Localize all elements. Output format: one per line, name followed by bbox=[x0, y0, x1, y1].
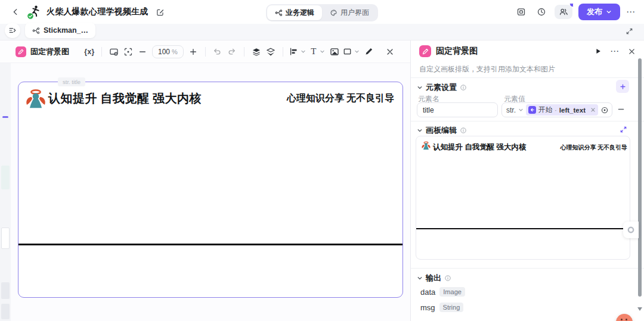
output-type-badge: Image bbox=[439, 287, 465, 297]
run-node-icon[interactable] bbox=[595, 48, 602, 55]
board-divider-line[interactable] bbox=[18, 244, 402, 245]
board-right-title[interactable]: 心理知识分享 无不良引导 bbox=[287, 92, 394, 105]
zoom-unit: % bbox=[172, 48, 178, 55]
panel-scrollbar[interactable] bbox=[638, 58, 642, 321]
info-icon bbox=[444, 275, 451, 282]
app-logo-stickman-icon bbox=[27, 5, 42, 19]
pen-tool-icon[interactable] bbox=[362, 45, 376, 59]
panel-header: 固定背景图 ⋯ bbox=[419, 45, 636, 57]
fit-view-icon[interactable] bbox=[121, 45, 135, 59]
reference-field: left_text bbox=[559, 107, 586, 114]
bring-forward-icon[interactable] bbox=[249, 45, 264, 59]
history-icon[interactable] bbox=[534, 5, 549, 19]
preview-divider-line bbox=[416, 228, 630, 229]
workflow-tab-bar: Stickman_… bbox=[0, 24, 644, 40]
clear-reference-icon[interactable] bbox=[590, 107, 596, 113]
tab-business-logic-label: 业务逻辑 bbox=[286, 8, 314, 18]
assistant-bot-button[interactable] bbox=[616, 314, 633, 321]
zoom-out-button[interactable] bbox=[135, 45, 150, 59]
board-section-header[interactable]: 画板编辑 bbox=[417, 125, 467, 136]
preview-right-title: 心理知识分享 无不良引导 bbox=[561, 144, 628, 152]
chevron-down-icon bbox=[417, 85, 423, 91]
publish-button[interactable]: 发布 bbox=[578, 4, 620, 20]
toolbar-divider bbox=[244, 47, 244, 57]
library-icon[interactable] bbox=[514, 5, 528, 19]
align-tool[interactable] bbox=[288, 45, 306, 59]
redo-icon[interactable] bbox=[225, 45, 239, 59]
tab-user-interface-label: 用户界面 bbox=[340, 8, 369, 18]
preview-left-title: 认知提升 自我觉醒 强大内核 bbox=[433, 142, 526, 152]
chevron-down-icon bbox=[518, 107, 524, 113]
collaboration-badge bbox=[569, 3, 574, 7]
board-node-title: 固定背景图 bbox=[30, 46, 69, 57]
element-section-title: 元素设置 bbox=[426, 82, 457, 93]
chevron-down-icon bbox=[301, 49, 306, 54]
toolbar-divider bbox=[101, 47, 102, 57]
close-editor-icon[interactable] bbox=[383, 45, 397, 59]
panel-close-icon[interactable] bbox=[628, 48, 636, 55]
target-picker-icon[interactable] bbox=[600, 106, 609, 114]
angel-icon-mini bbox=[421, 141, 431, 153]
collaboration-button[interactable] bbox=[555, 5, 572, 19]
shape-tool[interactable] bbox=[342, 45, 360, 59]
section-divider bbox=[411, 268, 644, 269]
minimap-node-thumb bbox=[1, 304, 10, 319]
section-divider bbox=[411, 77, 644, 78]
element-section-header[interactable]: 元素设置 bbox=[417, 82, 467, 93]
back-button[interactable] bbox=[8, 5, 23, 19]
element-name-input[interactable]: title bbox=[417, 102, 498, 117]
image-tool-icon[interactable] bbox=[327, 45, 342, 59]
rename-icon[interactable] bbox=[153, 5, 167, 19]
toolbar-divider bbox=[283, 47, 283, 57]
element-value-field[interactable]: str. 开始 · left_text bbox=[501, 102, 612, 117]
board-editor-panel: 固定背景图 {x} 100 % bbox=[0, 40, 410, 321]
publish-label: 发布 bbox=[587, 7, 602, 17]
chevron-down-icon bbox=[417, 275, 423, 281]
minimap-marker bbox=[2, 116, 8, 118]
text-tool[interactable]: T bbox=[308, 45, 325, 59]
board-preview[interactable]: 认知提升 自我觉醒 强大内核 心理知识分享 无不良引导 bbox=[416, 136, 630, 260]
undo-icon[interactable] bbox=[210, 45, 225, 59]
reference-source: 开始 bbox=[538, 105, 552, 114]
send-backward-icon[interactable] bbox=[264, 45, 278, 59]
workflow-minimap[interactable] bbox=[0, 63, 11, 321]
chevron-down-icon bbox=[320, 49, 325, 54]
app-window: 火柴人爆款心理学视频生成 业务逻辑 用户界面 bbox=[0, 0, 644, 321]
canvas-settings-icon[interactable] bbox=[107, 45, 121, 59]
variables-tool[interactable]: {x} bbox=[82, 45, 97, 59]
section-divider bbox=[411, 121, 644, 121]
workflow-tab-stickman[interactable]: Stickman_… bbox=[25, 23, 95, 38]
remove-element-button[interactable] bbox=[617, 105, 625, 116]
start-node-icon bbox=[528, 106, 536, 114]
add-element-button[interactable] bbox=[616, 80, 629, 93]
output-section-header[interactable]: 输出 bbox=[417, 273, 451, 283]
scrollbar-down-arrow[interactable] bbox=[637, 307, 642, 311]
board-canvas[interactable]: str. title 认知提升 自我觉醒 强大内核 心理知识分享 无不良引导 bbox=[0, 63, 410, 321]
output-name: msg bbox=[420, 303, 435, 312]
tab-user-interface[interactable]: 用户界面 bbox=[322, 5, 377, 20]
tab-business-logic[interactable]: 业务逻辑 bbox=[267, 5, 322, 20]
minimap-node-thumb bbox=[1, 166, 10, 189]
chevron-down-icon bbox=[354, 49, 360, 54]
angel-icon bbox=[24, 89, 47, 113]
scrollbar-thumb[interactable] bbox=[638, 58, 642, 297]
panel-resize-handle[interactable] bbox=[623, 222, 639, 238]
zoom-level-input[interactable]: 100 % bbox=[152, 45, 184, 58]
text-tool-glyph: T bbox=[308, 45, 319, 59]
type-selector[interactable]: str. bbox=[506, 106, 516, 114]
panel-header-actions: ⋯ bbox=[595, 46, 636, 57]
board-left-title[interactable]: 认知提升 自我觉醒 强大内核 bbox=[48, 91, 202, 107]
fullscreen-expand-icon[interactable] bbox=[626, 27, 633, 38]
workflow-tab-label: Stickman_… bbox=[44, 26, 88, 35]
output-section-title: 输出 bbox=[426, 273, 441, 283]
zoom-in-button[interactable] bbox=[186, 45, 200, 59]
background-board-card[interactable]: str. title 认知提升 自我觉醒 强大内核 心理知识分享 无不良引导 bbox=[18, 82, 403, 298]
board-expand-icon[interactable] bbox=[620, 125, 627, 136]
page-title: 火柴人爆款心理学视频生成 bbox=[47, 7, 148, 17]
panel-more-button[interactable]: ⋯ bbox=[610, 46, 620, 57]
toolbar-divider bbox=[205, 47, 206, 57]
topbar-more-button[interactable]: ⋯ bbox=[626, 7, 636, 17]
chevron-down-icon bbox=[417, 127, 423, 133]
sidebar-expand-button[interactable] bbox=[5, 23, 20, 38]
reference-tag[interactable]: 开始 · left_text bbox=[526, 104, 598, 116]
